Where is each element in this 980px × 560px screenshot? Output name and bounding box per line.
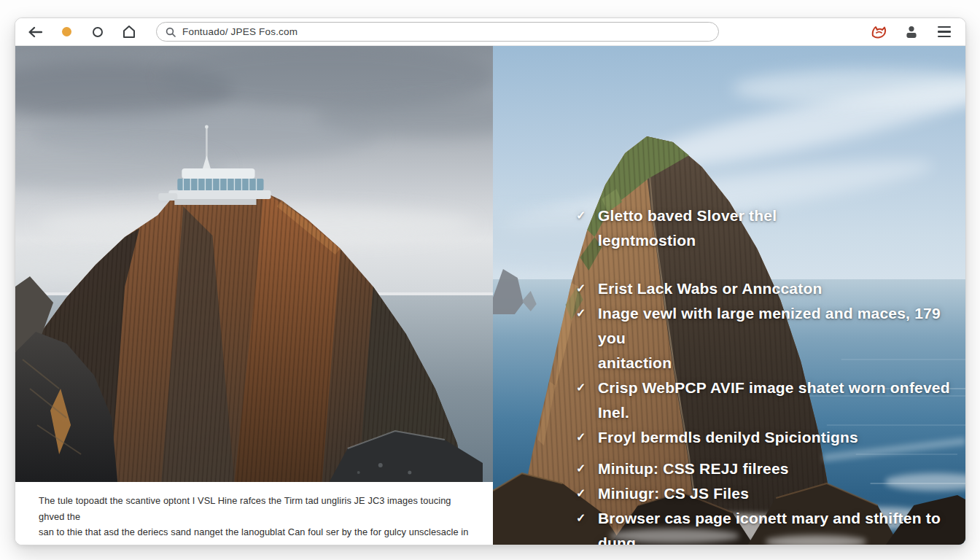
active-tab-indicator[interactable] [58,24,74,40]
checklist-item: ✓ Froyl bermdls denilyd Spiciontigns [576,425,957,450]
caption-area: The tule topoadt the scantive optont I V… [15,482,493,545]
checklist-item: ✓ Erist Lack Wabs or Annccaton [576,276,957,301]
check-icon: ✓ [576,376,586,400]
check-icon: ✓ [576,481,586,506]
extension-button[interactable] [871,24,887,40]
back-button[interactable] [27,24,43,40]
check-icon: ✓ [576,301,586,326]
hamburger-icon [938,26,951,37]
checklist-item: ✓ Inage vewl with large menized and mace… [576,301,957,376]
caption-text: The tule topoadt the scantive optont I V… [39,493,472,545]
profile-button[interactable] [903,24,919,40]
person-icon [904,25,919,39]
browser-window: Fontuado/ JPES Fos.com [15,18,966,545]
checklist-item: ✓ Crisp WebPCP AVIF image shatet worn on… [576,376,957,425]
checklist-item: ✓ Browser cas page iconett mary and sthi… [576,506,957,545]
browser-toolbar: Fontuado/ JPES Fos.com [15,18,965,46]
reload-button[interactable] [90,24,106,40]
fox-flag-icon [871,25,887,39]
check-icon: ✓ [576,456,586,481]
feature-checklist: ✓ Gletto baved Slover thel legntmostion … [576,203,957,545]
url-text: Fontuado/ JPES Fos.com [182,26,298,37]
circle-icon [93,27,103,37]
home-button[interactable] [121,24,137,40]
check-icon: ✓ [576,506,586,531]
search-icon [166,27,176,37]
check-icon: ✓ [576,203,586,228]
menu-button[interactable] [936,24,952,40]
orange-dot-icon [62,27,71,36]
right-panel: ✓ Gletto baved Slover thel legntmostion … [493,46,965,545]
back-arrow-icon [28,26,42,38]
check-icon: ✓ [576,425,586,450]
checklist-item: ✓ Minitup: CSS REJJ filrees [576,456,957,481]
checklist-item: ✓ Miniugr: CS JS Files [576,481,957,506]
page-content: The tule topoadt the scantive optont I V… [15,46,965,545]
checklist-item: ✓ Gletto baved Slover thel legntmostion [576,203,957,253]
home-icon [122,25,136,39]
check-icon: ✓ [576,276,586,301]
cliff-observatory-photo [15,46,493,482]
left-panel: The tule topoadt the scantive optont I V… [15,46,493,545]
url-bar[interactable]: Fontuado/ JPES Fos.com [156,22,719,42]
